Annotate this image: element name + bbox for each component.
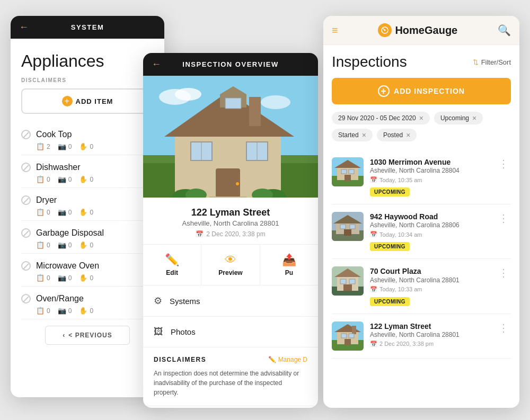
inspections-card: ≡ HomeGauge 🔍 Inspections ⇅ Filter/Sort …: [323, 16, 519, 408]
item-name: Dryer: [36, 195, 57, 205]
systems-nav-item[interactable]: ⚙ Systems: [143, 285, 318, 317]
svg-rect-34: [340, 225, 346, 229]
descriptions-section: DESCRIPTIONS ✏️ Edit Fields: [143, 406, 318, 408]
posted-filter-chip[interactable]: Posted ×: [377, 129, 417, 141]
started-filter-chip[interactable]: Started ×: [332, 129, 373, 141]
inspection-city: Asheville, North Carolina 28806: [370, 221, 490, 229]
no-entry-icon: [21, 228, 31, 238]
inspection-thumbnail: [332, 266, 364, 296]
upcoming-filter-chip[interactable]: Upcoming ×: [434, 112, 483, 124]
pencil-icon: ✏️: [268, 356, 276, 363]
photos-icon: 🖼: [154, 326, 163, 337]
list-item[interactable]: Dishwasher 📋0 📷0 ✋0: [21, 155, 154, 188]
plus-circle-icon: +: [378, 85, 390, 97]
address-block: 122 Lyman Street Asheville, North Caroli…: [143, 198, 318, 245]
date-filter-chip[interactable]: 29 Nov 2020 - 05 Dec 2020 ×: [332, 112, 430, 124]
inspection-address: 70 Court Plaza: [370, 266, 490, 276]
publish-button[interactable]: 📤 Pu: [260, 245, 318, 285]
svg-rect-42: [349, 279, 355, 284]
item-name: Dishwasher: [36, 163, 81, 172]
hamburger-menu-icon[interactable]: ≡: [332, 24, 338, 37]
remove-chip-icon[interactable]: ×: [472, 114, 476, 122]
inspection-thumbnail: [332, 321, 364, 351]
manage-disclaimers-link[interactable]: ✏️ Manage D: [268, 356, 307, 363]
edit-label: Edit: [152, 269, 192, 276]
appliances-page-title: Appliances: [21, 51, 154, 71]
search-icon[interactable]: 🔍: [498, 24, 511, 37]
more-options-icon[interactable]: ⋮: [496, 266, 511, 279]
disclaimer-text: An inspection does not determine the adv…: [154, 369, 307, 397]
inspection-address: 942 Haywood Road: [370, 212, 490, 221]
inspection-info: 942 Haywood Road Asheville, North Caroli…: [370, 212, 490, 251]
action-row: ✏️ Edit 👁 Preview 📤 Pu: [143, 245, 318, 285]
appliances-top-bar: ← SYSTEM: [11, 16, 164, 39]
previous-label: < PREVIOUS: [68, 332, 112, 339]
inspection-info: 1030 Merrimon Avenue Asheville, North Ca…: [370, 157, 490, 196]
publish-icon: 📤: [269, 253, 310, 267]
inspection-info: 122 Lyman Street Asheville, North Caroli…: [370, 321, 490, 351]
inspection-date: 📅 Today, 10:35 am: [370, 176, 490, 183]
preview-icon: 👁: [210, 253, 251, 267]
disclaimers-title: DISCLAIMERS: [154, 356, 206, 363]
appliances-back-button[interactable]: ←: [19, 22, 30, 33]
inspection-city: Asheville, North Carolina 28804: [370, 167, 490, 174]
inspection-address: 122 Lyman Street: [370, 321, 490, 331]
calendar-icon: 📅: [370, 176, 377, 183]
plus-icon: +: [62, 96, 73, 106]
list-item[interactable]: Dryer 📋0 📷0 ✋0: [21, 188, 154, 221]
remove-chip-icon[interactable]: ×: [419, 114, 423, 122]
svg-rect-51: [344, 339, 351, 345]
inspection-date: 📅 2 Dec 2020, 3:38 pm: [370, 341, 490, 347]
photos-nav-item[interactable]: 🖼 Photos: [143, 317, 318, 347]
more-options-icon[interactable]: ⋮: [496, 212, 511, 225]
item-name: Oven/Range: [36, 294, 84, 303]
svg-rect-16: [225, 98, 241, 109]
svg-rect-43: [343, 284, 352, 291]
edit-button[interactable]: ✏️ Edit: [143, 245, 201, 285]
svg-rect-35: [350, 225, 355, 229]
remove-chip-icon[interactable]: ×: [406, 131, 410, 139]
logo-icon: [378, 23, 392, 37]
address-street: 122 Lyman Street: [154, 207, 307, 218]
inspection-address: 1030 Merrimon Avenue: [370, 157, 490, 167]
remove-chip-icon[interactable]: ×: [362, 131, 366, 139]
svg-point-14: [236, 182, 239, 185]
svg-rect-27: [341, 169, 347, 174]
svg-rect-50: [349, 334, 354, 338]
overview-back-button[interactable]: ←: [152, 59, 162, 70]
svg-rect-49: [341, 334, 347, 338]
logo-text: HomeGauge: [395, 24, 457, 37]
add-item-label: ADD ITEM: [76, 97, 113, 105]
more-options-icon[interactable]: ⋮: [496, 321, 511, 334]
add-inspection-label: ADD INSPECTION: [394, 87, 465, 95]
svg-rect-48: [352, 326, 356, 334]
inspection-thumbnail: [332, 157, 364, 186]
more-options-icon[interactable]: ⋮: [496, 157, 511, 170]
list-item[interactable]: Oven/Range 📋0 📷0 ✋0: [21, 287, 154, 319]
inspections-top-bar: ≡ HomeGauge 🔍: [323, 16, 519, 45]
svg-rect-8: [249, 97, 261, 126]
address-city: Asheville, North Carolina 28801: [154, 219, 307, 227]
svg-point-22: [384, 30, 386, 31]
inspections-content: Inspections ⇅ Filter/Sort + ADD INSPECTI…: [323, 45, 519, 407]
inspections-title: Inspections: [332, 53, 407, 70]
add-inspection-button[interactable]: + ADD INSPECTION: [332, 78, 511, 104]
homegauge-logo: HomeGauge: [378, 23, 457, 37]
inspection-list-item[interactable]: 70 Court Plaza Asheville, North Carolina…: [332, 259, 511, 314]
calendar-icon: 📅: [370, 286, 377, 293]
appliances-card: ← SYSTEM Appliances DISCLAIMERS + ADD IT…: [11, 16, 164, 397]
publish-label: Pu: [269, 269, 310, 276]
list-item[interactable]: Cook Top 📋2 📷0 ✋0: [21, 122, 154, 155]
list-item[interactable]: Microwave Oven 📋0 📷0 ✋0: [21, 254, 154, 287]
preview-button[interactable]: 👁 Preview: [201, 245, 260, 285]
house-illustration: [143, 76, 318, 198]
inspection-list-item[interactable]: 942 Haywood Road Asheville, North Caroli…: [332, 204, 511, 259]
list-item[interactable]: Garbage Disposal 📋0 📷0 ✋0: [21, 221, 154, 254]
add-item-button[interactable]: + ADD ITEM: [21, 88, 154, 114]
no-entry-icon: [21, 163, 31, 172]
previous-button[interactable]: ‹ < PREVIOUS: [45, 326, 129, 345]
filter-sort-button[interactable]: ⇅ Filter/Sort: [473, 58, 511, 66]
inspection-list-item[interactable]: 122 Lyman Street Asheville, North Caroli…: [332, 314, 511, 359]
inspection-list-item[interactable]: 1030 Merrimon Avenue Asheville, North Ca…: [332, 150, 511, 204]
svg-rect-36: [344, 229, 351, 236]
